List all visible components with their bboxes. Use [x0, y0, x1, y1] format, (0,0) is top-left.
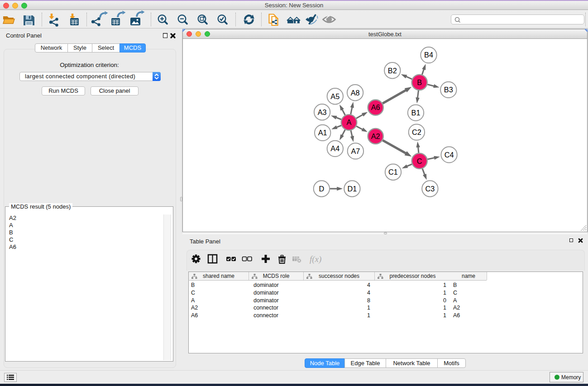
- svg-text:A8: A8: [351, 89, 360, 97]
- svg-text:A: A: [347, 118, 352, 126]
- svg-text:B3: B3: [444, 86, 453, 94]
- svg-text:B: B: [417, 78, 422, 86]
- svg-text:D: D: [319, 185, 325, 193]
- svg-text:C4: C4: [445, 151, 454, 159]
- svg-text:C3: C3: [425, 185, 435, 193]
- svg-text:A7: A7: [351, 147, 360, 155]
- svg-text:C1: C1: [388, 168, 398, 176]
- svg-text:A3: A3: [318, 108, 327, 116]
- svg-text:B1: B1: [411, 109, 421, 117]
- svg-text:C: C: [417, 157, 422, 165]
- svg-text:B4: B4: [424, 51, 433, 59]
- svg-text:f(x): f(x): [310, 254, 321, 264]
- svg-text:A1: A1: [318, 129, 327, 137]
- svg-text:A6: A6: [371, 103, 380, 111]
- svg-text:B2: B2: [388, 67, 397, 75]
- svg-text:D1: D1: [347, 185, 357, 193]
- svg-text:A5: A5: [330, 92, 339, 100]
- svg-text:A4: A4: [330, 144, 339, 152]
- svg-text:A2: A2: [371, 132, 380, 140]
- svg-text:C2: C2: [412, 128, 421, 136]
